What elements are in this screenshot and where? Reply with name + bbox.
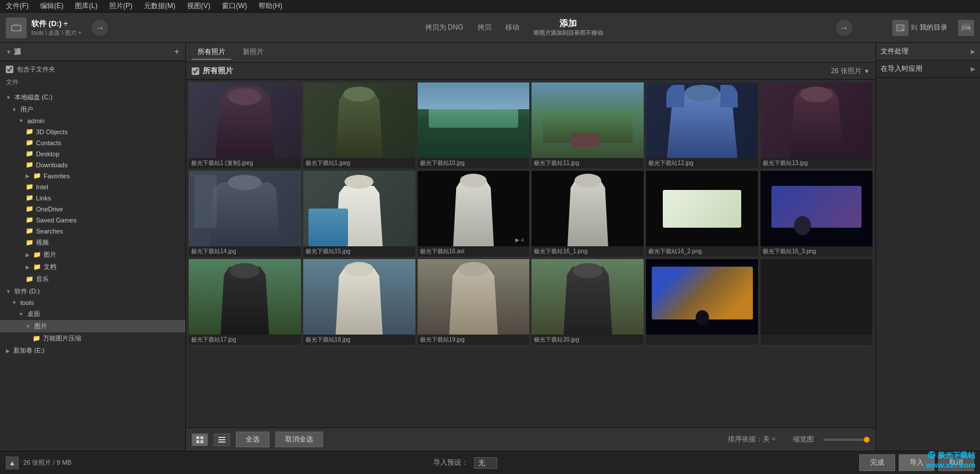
copy-action[interactable]: 拷贝 <box>478 23 491 33</box>
sidebar-item-software-d[interactable]: ▼ 软件 (D:) <box>0 285 185 297</box>
add-action[interactable]: 添加 将照片添加到目录而不移动 <box>533 18 603 37</box>
catalog-icon <box>892 20 909 36</box>
photo-cell-4[interactable]: ✓ 极光下载站11.jpg <box>531 82 644 169</box>
photo-cell-3[interactable]: ✓ 极光下载站10.jpg <box>417 82 530 169</box>
sidebar-item-3d-objects[interactable]: 📁 3D Objects <box>0 126 185 137</box>
statusbar-info: 26 张照片 / 9 MB <box>23 458 71 467</box>
svg-rect-1 <box>12 26 20 30</box>
import-preset: 导入预设： 无 <box>77 457 853 469</box>
nav-forward-arrow[interactable]: → <box>92 20 108 36</box>
photo-label-1: 极光下载站1 (复制).jpeg <box>189 158 301 168</box>
sidebar-include-subfolder[interactable]: 包含子文件夹 <box>0 63 185 76</box>
sidebar-item-desktop[interactable]: 📁 Desktop <box>0 148 185 159</box>
sidebar-item-intel[interactable]: 📁 Intel <box>0 181 185 192</box>
grid-view-button[interactable] <box>192 433 208 446</box>
drive-path: tools \ 桌面 \ 图片 + <box>31 29 81 37</box>
select-all-checkbox[interactable] <box>192 67 199 75</box>
list-view-button[interactable] <box>214 433 230 446</box>
expand-icon: ▶ <box>6 348 10 354</box>
photo-cell-11[interactable]: ✓ 极光下载站16_2.png <box>645 170 759 257</box>
add-label: 添加 <box>559 18 577 29</box>
sort-label[interactable]: 排序依据：关 ÷ <box>728 435 776 444</box>
sidebar-item-pictures[interactable]: ▶ 📁 图片 <box>0 249 185 261</box>
menu-view[interactable]: 视图(V) <box>185 0 213 12</box>
photo-cell-18[interactable]: ✓ <box>760 258 873 346</box>
move-label: 移动 <box>505 23 519 33</box>
photo-cell-16[interactable]: ✓ 极光下载站20.jpg <box>531 258 644 346</box>
photo-cell-6[interactable]: ✓ 极光下载站13.jpg <box>760 82 873 169</box>
photo-cell-12[interactable]: ✓ 极光下载站16_3.png <box>760 170 873 257</box>
photo-cell-10[interactable]: ✓ 极光下载站16_1.png <box>531 170 644 257</box>
tab-new-photos[interactable]: 新照片 <box>237 45 270 60</box>
svg-rect-13 <box>196 440 199 443</box>
preset-label: 导入预设： <box>433 458 468 468</box>
svg-rect-8 <box>963 23 970 26</box>
tab-all-photos[interactable]: 所有照片 <box>192 45 231 60</box>
expand-icon: ▼ <box>12 107 17 113</box>
sidebar-item-links[interactable]: 📁 Links <box>0 192 185 203</box>
expand-icon: ▼ <box>26 324 31 329</box>
photo-cell-7[interactable]: ✓ 极光下载站14.jpg <box>188 170 301 257</box>
sidebar-item-users[interactable]: ▼ 用户 <box>0 103 185 116</box>
sidebar-collapse-icon[interactable]: ▼ <box>6 49 12 55</box>
sidebar: ▼ 源 + 包含子文件夹 文件 ▼ 本地磁盘 (C:) ▼ 用户 ▼ admin… <box>0 43 186 451</box>
sidebar-item-admin[interactable]: ▼ admin <box>0 116 185 126</box>
menubar: 文件(F) 编辑(E) 图库(L) 照片(P) 元数据(M) 视图(V) 窗口(… <box>0 0 980 13</box>
menu-library[interactable]: 图库(L) <box>73 0 100 12</box>
sidebar-item-onedrive[interactable]: 📁 OneDrive <box>0 203 185 214</box>
menu-help[interactable]: 帮助(H) <box>256 0 285 12</box>
right-panel-collapse[interactable]: ▶ <box>971 48 975 55</box>
sidebar-item-tools[interactable]: ▼ tools <box>0 297 185 308</box>
apply-import-collapse[interactable]: ▶ <box>971 66 975 72</box>
sidebar-item-downloads[interactable]: 📁 Downloads <box>0 159 185 170</box>
menu-window[interactable]: 窗口(W) <box>220 0 249 12</box>
photo-cell-17[interactable]: ✓ <box>645 258 759 346</box>
deselect-all-button[interactable]: 取消全选 <box>275 432 323 447</box>
thumbnail-slider[interactable] <box>823 439 870 441</box>
photo-cell-2[interactable]: ✓ 极光下载站1.jpeg <box>303 82 416 169</box>
copy-dng-action[interactable]: 拷贝为 DNG <box>425 23 464 33</box>
menu-metadata[interactable]: 元数据(M) <box>142 0 178 12</box>
photo-label-5: 极光下载站12.jpg <box>646 158 758 168</box>
sidebar-item-pictures-d[interactable]: ▼ 图片 <box>0 320 185 332</box>
folder-icon: 📁 <box>26 194 34 202</box>
photo-label-2: 极光下载站1.jpeg <box>303 158 415 168</box>
preset-select[interactable]: 无 <box>474 457 497 469</box>
sidebar-item-waneng[interactable]: 📁 万能图片压缩 <box>0 332 185 344</box>
photo-cell-1[interactable]: ✓ 极光下载站1 (复制).jpeg <box>188 82 301 169</box>
svg-rect-17 <box>218 441 225 443</box>
photo-cell-14[interactable]: ✓ 极光下载站18.jpg <box>303 258 416 346</box>
sidebar-item-desktop-d[interactable]: ▼ 桌面 <box>0 308 185 320</box>
include-subfolder-checkbox[interactable] <box>6 66 13 73</box>
sidebar-add-button[interactable]: + <box>174 46 180 57</box>
right-panel: 文件处理 ▶ 在导入时应用 ▶ <box>875 43 980 451</box>
select-all-button[interactable]: 全选 <box>236 432 270 447</box>
sidebar-item-favorites[interactable]: ▶ 📁 Favorites <box>0 170 185 181</box>
menu-file[interactable]: 文件(F) <box>3 0 31 12</box>
sidebar-item-music[interactable]: 📁 音乐 <box>0 273 185 285</box>
sidebar-item-searches[interactable]: 📁 Searches <box>0 225 185 236</box>
photo-cell-5[interactable]: ✓ 极光下载站12.jpg <box>645 82 759 169</box>
sidebar-item-saved-games[interactable]: 📁 Saved Games <box>0 214 185 225</box>
photo-cell-15[interactable]: ✓ 极光下载站19.jpg <box>417 258 530 346</box>
sidebar-header: ▼ 源 + <box>0 43 185 61</box>
photo-cell-9[interactable]: ✓ ▶ 4 极光下载站16.avi <box>417 170 530 257</box>
photo-count: 26 张照片 ▼ <box>831 66 870 76</box>
sidebar-item-local-c[interactable]: ▼ 本地磁盘 (C:) <box>0 91 185 103</box>
sidebar-item-videos[interactable]: 📁 视频 <box>0 236 185 249</box>
toolbar-right-arrow[interactable]: → <box>836 20 852 36</box>
statusbar-up-arrow[interactable]: ▲ <box>6 457 19 469</box>
photo-cell-13[interactable]: ✓ 极光下载站17.jpg <box>188 258 301 346</box>
menu-edit[interactable]: 编辑(E) <box>38 0 66 12</box>
cancel-button[interactable]: 取消 <box>938 454 974 471</box>
sidebar-item-documents[interactable]: ▶ 📁 文档 <box>0 261 185 273</box>
import-button[interactable]: 导入 <box>899 454 935 471</box>
move-action[interactable]: 移动 <box>505 23 519 33</box>
menu-photo[interactable]: 照片(P) <box>107 0 135 12</box>
sidebar-item-contacts[interactable]: 📁 Contacts <box>0 137 185 148</box>
sidebar-item-volume-e[interactable]: ▶ 新加卷 (E:) <box>0 344 185 357</box>
sidebar-file-label: 文件 <box>0 76 185 89</box>
done-button[interactable]: 完成 <box>859 454 895 471</box>
photo-cell-8[interactable]: ✓ 极光下载站15.jpg <box>303 170 416 257</box>
desktop-label: 桌面 <box>27 310 40 318</box>
